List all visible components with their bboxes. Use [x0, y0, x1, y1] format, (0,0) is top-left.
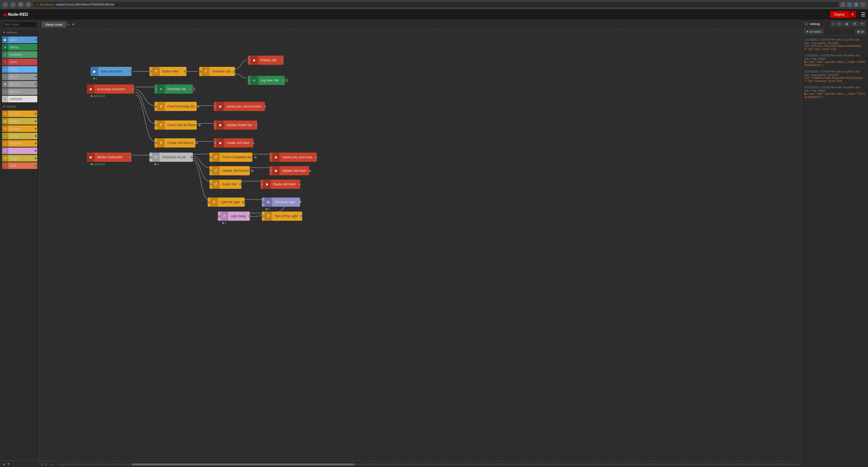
node-create-job-hash[interactable]: ■ Create Job Hash	[214, 138, 253, 147]
section-function-chevron: ▼	[3, 105, 5, 108]
light-delay-port-r	[249, 211, 251, 221]
node-update-jobs-received[interactable]: ■ Update jobs_received Hash	[214, 102, 265, 111]
hamburger-menu[interactable]: ☰	[861, 11, 865, 18]
clear-messages-btn[interactable]: 🗑 all	[855, 29, 866, 34]
section-common[interactable]: ▼ common	[0, 29, 39, 35]
tab-menu-btn[interactable]: ▼	[71, 23, 75, 27]
node-expire-job-hash[interactable]: ■ Expire Job Hash	[260, 180, 300, 189]
back-button[interactable]: ←	[3, 2, 8, 7]
node-pretend-to-do-job[interactable]: ⏱ Pretend to do job...	[149, 153, 193, 162]
forward-button[interactable]: →	[10, 2, 16, 7]
sidebar-item-link-in[interactable]: ← link in	[2, 73, 37, 80]
sidebar-item-debug[interactable]: ≡ debug	[2, 44, 37, 51]
reload-button[interactable]: ↻	[18, 2, 24, 7]
sidebar-item-exec[interactable]: › exec	[2, 162, 37, 169]
node-light-delay[interactable]: ⏱ Light Delay	[218, 211, 250, 221]
sidebar-item-delay[interactable]: ⏱ delay	[2, 147, 37, 154]
fit-btn[interactable]: ⊡	[41, 463, 44, 466]
node-count-completed-job[interactable]: f Count Completed Job	[210, 153, 252, 162]
tab-redis-hotel[interactable]: Redis Hotel	[42, 22, 66, 28]
scroll-down-btn[interactable]: ▼	[7, 462, 10, 466]
sidebar-item-link-call[interactable]: ⇄ link call	[2, 81, 37, 88]
sidebar-item-range[interactable]: ↔ range	[2, 133, 37, 139]
node-publish-job[interactable]: ■ Publish Job	[248, 56, 283, 65]
delay-badge-dot	[222, 222, 224, 224]
node-create-job-record[interactable]: f Create Job Record	[155, 138, 195, 147]
node-update-job-hash[interactable]: ■ Update Job Hash	[270, 166, 309, 175]
sidebar-item-function[interactable]: f function	[2, 110, 37, 117]
profile-btn[interactable]: 👤	[847, 2, 852, 7]
count-incoming-port-r	[197, 102, 200, 111]
link-out-port	[34, 88, 37, 95]
sidebar-item-inject[interactable]: ▶ inject	[2, 36, 37, 43]
node-received-job[interactable]: ≡ Received Job ≡	[155, 85, 193, 94]
app-title: Node-RED	[8, 12, 28, 17]
extensions-btn[interactable]: ⚙	[854, 2, 859, 7]
sidebar-item-status[interactable]: ~ status	[2, 66, 37, 73]
generate-job-icon: f	[202, 67, 210, 76]
node-count-incoming-job[interactable]: f Count Incoming Job	[155, 102, 197, 111]
node-accounting-subscriber[interactable]: ■ Accounting Subscriber	[87, 85, 134, 94]
menu-btn[interactable]: ⋮	[860, 2, 865, 7]
node-log-new-job[interactable]: ≡ Log New Job ≡	[248, 76, 285, 85]
deploy-button[interactable]: Deploy	[830, 11, 848, 18]
node-update-sorted-set[interactable]: ■ Update Sorted Set	[214, 121, 257, 130]
sidebar-item-change[interactable]: ✎ change	[2, 125, 37, 132]
panel-copy-btn[interactable]: ⎘	[837, 22, 842, 26]
node-turn-off-light[interactable]: f Turn off the Light	[262, 211, 302, 221]
node-light-the-light[interactable]: f Light the Light	[208, 198, 245, 207]
node-expire-job[interactable]: f Expire Job	[210, 180, 241, 189]
create-job-hash-port-r	[252, 138, 255, 147]
app-logo: ◀ Node-RED	[3, 11, 28, 18]
panel-info-btn[interactable]: i	[831, 22, 836, 26]
node-count-jobs-by-room[interactable]: f Count Jobs by Room	[155, 121, 197, 130]
node-job-done-light[interactable]: ⚙ Job Done Light ⚙	[262, 198, 300, 207]
sidebar-item-switch[interactable]: ⇄ switch	[2, 118, 37, 125]
node-update-job-record[interactable]: f Update Job Record	[210, 166, 250, 175]
sidebar-item-link-out[interactable]: → link out	[2, 88, 37, 95]
node-generate-job[interactable]: f Generate Job	[199, 67, 235, 76]
zoom-in-btn[interactable]: +	[51, 462, 53, 466]
light-the-light-icon: f	[210, 198, 218, 207]
scroll-up-btn[interactable]: ▲	[2, 462, 6, 466]
filter-input[interactable]	[2, 22, 37, 28]
home-button[interactable]: ⌂	[26, 2, 31, 7]
job-done-light-label: Job Done Light	[272, 200, 298, 204]
sidebar-item-template[interactable]: { template	[2, 140, 37, 147]
generate-job-label: Generate Job	[210, 70, 233, 73]
received-job-toggle[interactable]	[192, 87, 195, 91]
update-sorted-label: Update Sorted Set	[224, 123, 255, 127]
zoom-out-btn[interactable]: −	[48, 462, 50, 466]
deploy-dropdown-arrow[interactable]: ▼	[848, 11, 856, 18]
add-tab-btn[interactable]: +	[67, 22, 70, 27]
debug-port	[34, 44, 37, 51]
panel-delete-btn[interactable]: 🗑	[843, 22, 850, 26]
job-done-badge-text: 0	[268, 208, 270, 210]
sidebar-item-catch[interactable]: ! catch	[2, 59, 37, 65]
update-jobs-done-port-l	[270, 153, 272, 162]
node-update-jobs-done[interactable]: ■ Update jobs_done Hash	[270, 153, 317, 162]
filter-all-nodes-btn[interactable]: ▼ all nodes	[804, 29, 823, 34]
link-call-icon: ⇄	[2, 81, 8, 88]
sidebar-item-complete[interactable]: ✓ complete	[2, 51, 37, 58]
scrollbar-thumb[interactable]	[132, 463, 354, 465]
msg2-timestamp: 12/15/2022, 4:26:55 PM	[804, 54, 834, 57]
sidebar-item-trigger[interactable]: ⚡ trigger	[2, 155, 37, 162]
zoom-reset-btn[interactable]: ⊙	[45, 463, 47, 466]
panel-settings-btn[interactable]: ⚙	[851, 22, 858, 26]
node-new-job-button[interactable]: ▶ New Job Button	[91, 67, 131, 76]
log-new-job-toggle[interactable]	[284, 78, 288, 82]
panel-close-btn[interactable]: ✕	[859, 22, 865, 26]
canvas-scrollbar[interactable]	[58, 463, 799, 465]
bookmark-btn[interactable]: ☆	[840, 2, 845, 7]
trigger-icon: ⚡	[2, 155, 8, 162]
node-button-filter[interactable]: f Button Filter	[149, 67, 186, 76]
node-worker-subscriber[interactable]: ■ Worker Subscriber	[87, 153, 131, 162]
url-bar[interactable]: ⚠ Not Secure redispi3.local:1880/#flow/f…	[33, 2, 838, 7]
new-job-button-label: New Job Button	[98, 70, 129, 73]
debug-sidebar-icon: ≡	[2, 44, 8, 51]
msg4-header: 12/15/2022, 4:26:58 PM node: Received Jo…	[804, 86, 865, 89]
canvas[interactable]: ▶ New Job Button 1 f Button Filter	[40, 29, 802, 461]
sidebar-item-comment[interactable]: # comment	[2, 96, 37, 102]
section-function[interactable]: ▼ function	[0, 103, 39, 109]
